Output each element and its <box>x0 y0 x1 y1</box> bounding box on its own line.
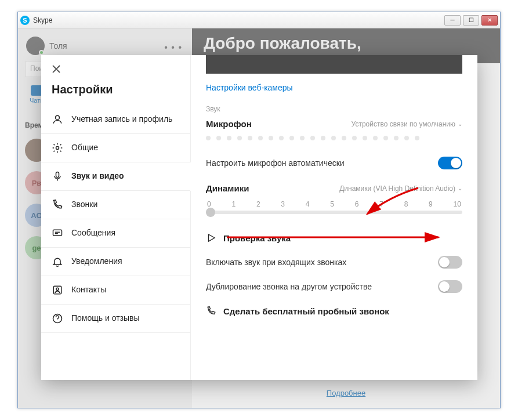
gear-icon <box>52 142 63 154</box>
app-body: Толя • • • Пои Чаты Время Рв АО ge Добро… <box>18 28 500 408</box>
bell-icon <box>52 256 63 267</box>
window-title: Skype <box>33 16 444 24</box>
settings-title: Настройки <box>41 81 190 106</box>
auto-mic-label: Настроить микрофон автоматически <box>206 158 345 168</box>
close-button[interactable]: ✕ <box>481 15 498 26</box>
free-test-call-button[interactable]: Сделать бесплатный пробный звонок <box>206 299 462 323</box>
sidebar-item-calls[interactable]: Звонки <box>41 191 190 219</box>
phone-icon <box>206 306 216 316</box>
sound-section-label: Звук <box>206 105 462 113</box>
settings-close-button[interactable] <box>41 55 190 81</box>
sidebar-item-help[interactable]: Помощь и отзывы <box>41 305 190 333</box>
user-icon <box>52 114 63 125</box>
slider-track[interactable] <box>206 211 462 214</box>
chevron-down-icon: ⌄ <box>458 121 462 127</box>
sidebar-item-label: Уведомления <box>71 256 180 267</box>
speakers-device-select[interactable]: Динамики (VIA High Definition Audio) ⌄ <box>339 184 462 193</box>
app-window: S Skype ─ ☐ ✕ Толя • • • Пои Чаты Время … <box>17 12 501 408</box>
speakers-title: Динамики <box>206 183 249 193</box>
sidebar-item-label: Звук и видео <box>71 171 180 182</box>
microphone-title: Микрофон <box>206 119 252 129</box>
svg-point-0 <box>56 115 60 120</box>
titlebar: S Skype ─ ☐ ✕ <box>18 12 500 28</box>
contacts-icon <box>52 284 63 296</box>
sidebar-item-label: Учетная запись и профиль <box>71 114 180 125</box>
sidebar-item-audio-video[interactable]: Звук и видео <box>41 162 190 191</box>
duplicate-ring-label: Дублирование звонка на другом устройстве <box>206 282 372 291</box>
incoming-sound-toggle[interactable] <box>438 256 462 269</box>
sidebar-item-contacts[interactable]: Контакты <box>41 276 190 305</box>
sidebar-item-label: Контакты <box>71 285 180 295</box>
settings-sidebar: Настройки Учетная запись и профиль Общие… <box>41 55 191 380</box>
sidebar-item-account[interactable]: Учетная запись и профиль <box>41 106 190 134</box>
skype-logo-icon: S <box>20 16 30 25</box>
microphone-device-select[interactable]: Устройство связи по умолчанию ⌄ <box>352 120 462 128</box>
minimize-button[interactable]: ─ <box>444 15 461 26</box>
incoming-sound-label: Включать звук при входящих звонках <box>206 258 346 267</box>
test-sound-button[interactable]: Проверка звука <box>206 226 462 250</box>
auto-mic-toggle[interactable] <box>438 157 462 169</box>
sidebar-item-general[interactable]: Общие <box>41 134 190 162</box>
sidebar-item-label: Общие <box>71 143 180 153</box>
slider-thumb[interactable] <box>206 208 215 217</box>
microphone-icon <box>52 171 63 182</box>
maximize-button[interactable]: ☐ <box>463 15 479 26</box>
webcam-settings-link[interactable]: Настройки веб-камеры <box>206 83 462 92</box>
sidebar-item-label: Звонки <box>71 200 180 210</box>
svg-point-1 <box>56 147 59 150</box>
svg-rect-3 <box>53 230 62 236</box>
speaker-volume-slider[interactable]: 012345678910 <box>206 200 462 214</box>
chevron-down-icon: ⌄ <box>458 185 462 191</box>
settings-content: Настройки веб-камеры Звук Микрофон Устро… <box>191 55 477 380</box>
sidebar-item-label: Сообщения <box>71 228 180 238</box>
phone-icon <box>52 199 63 211</box>
close-icon <box>52 64 61 74</box>
message-icon <box>52 227 63 239</box>
duplicate-ring-toggle[interactable] <box>438 280 462 293</box>
play-icon <box>206 233 216 243</box>
slider-ticks: 012345678910 <box>206 200 462 208</box>
sidebar-item-messages[interactable]: Сообщения <box>41 219 190 248</box>
svg-rect-2 <box>56 172 59 178</box>
camera-preview <box>206 55 462 74</box>
sidebar-item-label: Помощь и отзывы <box>71 313 180 324</box>
microphone-level-meter <box>206 136 462 140</box>
help-icon <box>52 313 63 324</box>
settings-modal: Настройки Учетная запись и профиль Общие… <box>41 55 477 380</box>
sidebar-item-notifications[interactable]: Уведомления <box>41 248 190 276</box>
svg-point-5 <box>56 288 59 290</box>
